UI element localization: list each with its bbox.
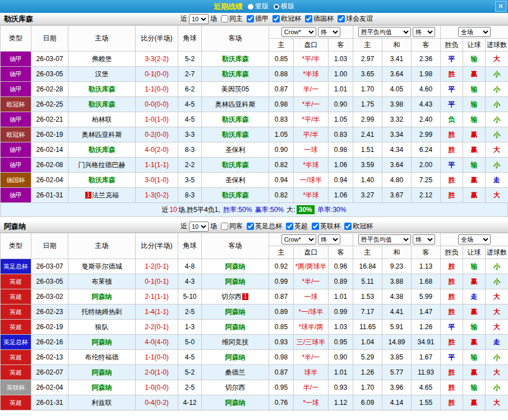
odds-source-select[interactable]: Crow* bbox=[281, 27, 316, 37]
checkbox-icon[interactable] bbox=[247, 15, 254, 22]
away-odds: 0.95 bbox=[329, 335, 353, 350]
avg-type-select[interactable]: 胜平负均值 bbox=[358, 234, 411, 244]
result-handicap: 赢 bbox=[463, 142, 486, 158]
home-odds: 0.87 bbox=[269, 365, 294, 380]
col-header-type: 类型 bbox=[1, 233, 31, 259]
games-label: 场 bbox=[210, 14, 217, 24]
result-handicap: 赢 bbox=[463, 335, 486, 350]
league-badge: 英超 bbox=[1, 320, 31, 335]
filter-checkbox-0[interactable]: 同主 bbox=[221, 14, 243, 24]
filter-checkbox-4[interactable]: 欧冠杯 bbox=[344, 221, 373, 231]
avg-draw-odds: 3.64 bbox=[382, 67, 412, 82]
team-name: 勒沃库森 bbox=[89, 85, 116, 93]
avg-draw-odds: 3.96 bbox=[382, 380, 412, 395]
filter-checkbox-2[interactable]: 欧冠杯 bbox=[273, 14, 301, 24]
match-date: 26-02-04 bbox=[31, 173, 68, 188]
away-odds: 0.83 bbox=[329, 127, 353, 142]
match-date: 26-03-02 bbox=[31, 289, 68, 304]
match-row: 英足总杯26-02-16阿森纳4-0(4-0)5-0维冈竞技0.93三/三球半0… bbox=[1, 335, 508, 350]
result-handicap: 输 bbox=[463, 112, 486, 127]
filter-checkbox-4[interactable]: 球会友谊 bbox=[338, 14, 373, 24]
recent-count-select[interactable]: 10 bbox=[189, 14, 209, 24]
checkbox-icon[interactable] bbox=[338, 15, 345, 22]
avg-away-odds: 2.12 bbox=[412, 188, 441, 203]
away-team-cell: 阿森纳 bbox=[202, 259, 269, 274]
odds-source-select[interactable]: Crow* bbox=[281, 234, 316, 244]
layout-option-horizontal[interactable]: 横版 bbox=[274, 2, 294, 11]
away-team-cell: 桑德兰 bbox=[202, 365, 269, 380]
away-odds: 1.03 bbox=[329, 52, 353, 67]
checkbox-icon[interactable] bbox=[273, 15, 280, 22]
avg-draw-odds: 5.77 bbox=[382, 365, 412, 380]
home-team-cell: 狼队 bbox=[68, 320, 136, 335]
col-header-avg-home: 主 bbox=[353, 246, 382, 259]
away-odds: 1.01 bbox=[329, 289, 353, 304]
avg-draw-odds: 4.80 bbox=[382, 173, 412, 188]
filter-checkbox-2[interactable]: 英超 bbox=[286, 221, 308, 231]
result-wdl: 平 bbox=[441, 52, 463, 67]
col-header-result: 胜负 bbox=[441, 39, 463, 52]
games-label: 场 bbox=[210, 221, 217, 231]
col-header-away: 客场 bbox=[202, 26, 269, 52]
checkbox-icon[interactable] bbox=[221, 15, 228, 22]
scope-select[interactable]: 全场 bbox=[458, 27, 491, 37]
checkbox-label: 同主 bbox=[229, 14, 243, 24]
recent-count-select[interactable]: 10 bbox=[189, 221, 209, 232]
filter-checkbox-1[interactable]: 德甲 bbox=[247, 14, 269, 24]
result-handicap: 赢 bbox=[463, 188, 486, 203]
avg-state-select[interactable]: 终 bbox=[413, 27, 435, 37]
handicap-line: 一/球半 bbox=[294, 173, 329, 188]
away-team-cell: 勒沃库森 bbox=[202, 158, 269, 173]
home-odds: 0.98 bbox=[269, 350, 294, 365]
checkbox-icon[interactable] bbox=[344, 223, 352, 230]
summary-prefix: 近 bbox=[162, 206, 169, 214]
away-odds: 1.12 bbox=[329, 395, 353, 410]
home-odds: 0.76 bbox=[269, 395, 294, 410]
summary-win-rate: 胜率:50% bbox=[223, 206, 252, 214]
odds-state-select[interactable]: 终 bbox=[318, 27, 340, 37]
away-odds: 1.03 bbox=[329, 320, 353, 335]
match-row: 英超26-03-05布莱顿0-1(0-1)4-3阿森纳0.99*半/一0.895… bbox=[1, 274, 508, 289]
close-button[interactable]: ✕ bbox=[495, 1, 506, 12]
avg-state-select[interactable]: 终 bbox=[413, 234, 435, 244]
away-team-cell: 勒沃库森 bbox=[202, 188, 269, 203]
match-date: 26-02-23 bbox=[31, 304, 68, 320]
filter-bar: 近10场同主德甲欧冠杯德国杯球会友谊 bbox=[181, 14, 373, 24]
home-team-cell: 布伦特福德 bbox=[68, 350, 136, 365]
match-date: 26-02-25 bbox=[31, 97, 68, 112]
away-team-cell: 维冈竞技 bbox=[202, 335, 269, 350]
checkbox-icon[interactable] bbox=[247, 223, 254, 230]
avg-away-odds: 2.00 bbox=[412, 158, 441, 173]
scope-group-header: 全场 bbox=[441, 26, 508, 39]
avg-type-select[interactable]: 胜平负均值 bbox=[358, 27, 411, 37]
home-team-cell: 1法兰克福 bbox=[68, 188, 136, 203]
match-date: 26-03-05 bbox=[31, 67, 68, 82]
filter-checkbox-3[interactable]: 德国杯 bbox=[305, 14, 334, 24]
avg-draw-odds: 14.89 bbox=[382, 335, 412, 350]
checkbox-icon[interactable] bbox=[312, 223, 319, 230]
avg-home-odds: 6.09 bbox=[353, 395, 382, 410]
filter-checkbox-3[interactable]: 英联杯 bbox=[312, 221, 340, 231]
filter-checkbox-0[interactable]: 同客 bbox=[221, 221, 243, 231]
checkbox-icon[interactable] bbox=[221, 223, 228, 230]
col-header-date: 日期 bbox=[31, 233, 68, 259]
corner-count: 6-2 bbox=[178, 82, 202, 97]
away-team-cell: 勒沃库森 bbox=[202, 127, 269, 142]
result-handicap: 赢 bbox=[463, 127, 486, 142]
avg-home-odds: 7.17 bbox=[353, 304, 382, 320]
match-row: 欧冠杯26-02-25勒沃库森0-0(0-0)4-5奥林匹亚科斯0.98*半/一… bbox=[1, 97, 508, 112]
layout-option-vertical[interactable]: 竖版 bbox=[248, 2, 269, 11]
scope-select[interactable]: 全场 bbox=[458, 234, 491, 244]
checkbox-icon[interactable] bbox=[286, 223, 293, 230]
handicap-line: 球半 bbox=[294, 365, 329, 380]
result-goals: 小 bbox=[486, 82, 508, 97]
league-badge: 德甲 bbox=[1, 82, 31, 97]
team-name: 阿森纳 bbox=[225, 278, 246, 285]
handicap-line: 平/半 bbox=[294, 127, 329, 142]
checkbox-icon[interactable] bbox=[305, 15, 312, 22]
summary-bar: 近10场,胜5平4负1, 胜率:50% 赢率:50% 大:30% 单率:30% bbox=[0, 203, 508, 217]
filter-checkbox-1[interactable]: 英足总杯 bbox=[247, 221, 282, 231]
team-name: 阿森纳 bbox=[225, 262, 246, 270]
odds-state-select[interactable]: 终 bbox=[318, 234, 340, 244]
match-score: 1-2(0-1) bbox=[136, 259, 178, 274]
